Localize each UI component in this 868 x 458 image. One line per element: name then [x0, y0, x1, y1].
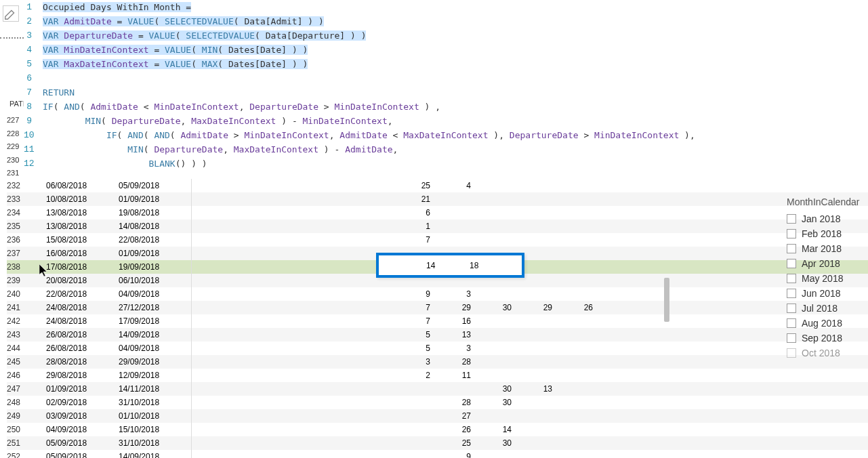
- departure-date-cell: 14/09/2018: [117, 450, 192, 458]
- slicer-item-label: Jul 2018: [802, 303, 838, 314]
- slicer-item-label: Apr 2018: [802, 258, 840, 269]
- code-line[interactable]: 11 MIN( DepartureDate, MaxDateInContext …: [24, 142, 868, 157]
- code-content[interactable]: VAR DepartureDate = VALUE( SELECTEDVALUE…: [37, 28, 366, 43]
- value-cell: 26: [558, 301, 598, 314]
- slicer-item[interactable]: Sep 2018: [787, 331, 861, 346]
- code-line[interactable]: 3VAR DepartureDate = VALUE( SELECTEDVALU…: [24, 28, 868, 43]
- code-content[interactable]: VAR MaxDateInContext = VALUE( MAX( Dates…: [37, 57, 308, 71]
- table-row[interactable]: 24802/09/201831/10/20182830: [7, 396, 868, 409]
- slicer-item[interactable]: Mar 2018: [787, 241, 861, 256]
- month-slicer[interactable]: MonthInCalendar Jan 2018Feb 2018Mar 2018…: [787, 196, 861, 360]
- code-content[interactable]: VAR AdmitDate = VALUE( SELECTEDVALUE( Da…: [37, 14, 324, 28]
- code-line[interactable]: 10 IF( AND( AND( AdmitDate > MinDateInCo…: [24, 128, 868, 142]
- code-line[interactable]: 2VAR AdmitDate = VALUE( SELECTEDVALUE( D…: [24, 14, 868, 28]
- checkbox-icon[interactable]: [787, 304, 796, 313]
- line-number: 4: [24, 43, 37, 57]
- admit-date-cell: 10/08/2018: [46, 192, 117, 206]
- code-line[interactable]: 7RETURN: [24, 85, 868, 100]
- row-number: 239: [7, 274, 24, 287]
- left-row-number: 227: [7, 114, 19, 127]
- admit-date-cell: 26/08/2018: [46, 328, 117, 341]
- code-content[interactable]: MIN( DepartureDate, MaxDateInContext ) -…: [37, 114, 393, 128]
- table-row[interactable]: 24022/08/201804/09/201893: [7, 287, 868, 301]
- code-content[interactable]: [37, 71, 43, 85]
- slicer-item-label: Jun 2018: [802, 288, 841, 299]
- code-content[interactable]: RETURN: [37, 85, 75, 100]
- checkbox-icon[interactable]: [787, 318, 796, 328]
- code-line[interactable]: 5VAR MaxDateInContext = VALUE( MAX( Date…: [24, 57, 868, 71]
- table-row[interactable]: 24701/09/201814/11/20183013: [7, 382, 868, 396]
- value-cell: 28: [436, 355, 476, 369]
- table-row[interactable]: 23206/08/201805/09/2018254: [7, 179, 868, 192]
- code-content[interactable]: MIN( DepartureDate, MaxDateInContext ) -…: [37, 142, 398, 157]
- table-row[interactable]: 24426/08/201804/09/201853: [7, 341, 868, 355]
- code-line[interactable]: 8IF( AND( AdmitDate < MinDateInContext, …: [24, 100, 868, 114]
- checkbox-icon[interactable]: [787, 244, 796, 253]
- slicer-item[interactable]: Feb 2018: [787, 226, 861, 241]
- code-content[interactable]: VAR MinDateInContext = VALUE( MIN( Dates…: [37, 43, 308, 57]
- slicer-item[interactable]: Jun 2018: [787, 286, 861, 301]
- highlight-value-2: 18: [470, 261, 478, 270]
- row-number: 251: [7, 436, 24, 450]
- code-line[interactable]: 6: [24, 71, 868, 85]
- checkbox-icon[interactable]: [787, 289, 796, 298]
- departure-date-cell: 27/12/2018: [117, 301, 192, 314]
- value-cell: 3: [436, 287, 476, 301]
- departure-date-cell: 06/10/2018: [117, 274, 192, 287]
- table-row[interactable]: 25004/09/201815/10/20182614: [7, 423, 868, 436]
- table-row[interactable]: 24326/08/201814/09/2018513: [7, 328, 868, 341]
- admit-date-cell: 22/08/2018: [46, 287, 117, 301]
- table-row[interactable]: 25205/09/201814/09/20189: [7, 450, 868, 458]
- checkbox-icon[interactable]: [787, 274, 796, 283]
- slicer-item[interactable]: May 2018: [787, 271, 861, 286]
- table-row[interactable]: 24528/08/201829/09/2018328: [7, 355, 868, 369]
- slicer-item[interactable]: Aug 2018: [787, 316, 861, 331]
- table-row[interactable]: 24903/09/201801/10/201827: [7, 409, 868, 423]
- slicer-item[interactable]: Jul 2018: [787, 301, 861, 316]
- left-row-number: 228: [7, 127, 19, 141]
- departure-date-cell: 22/08/2018: [117, 233, 192, 247]
- data-table[interactable]: 23206/08/201805/09/201825423310/08/20180…: [7, 179, 868, 458]
- table-row[interactable]: 23513/08/201814/08/20181: [7, 220, 868, 233]
- departure-date-cell: 31/10/2018: [117, 396, 192, 409]
- admit-date-cell: 06/08/2018: [46, 179, 117, 192]
- slicer-item[interactable]: Apr 2018: [787, 256, 861, 271]
- line-number: 6: [24, 71, 37, 85]
- edit-icon[interactable]: [3, 5, 19, 22]
- slicer-item-label: Sep 2018: [802, 333, 842, 344]
- table-row[interactable]: 24629/08/201812/09/2018211: [7, 369, 868, 382]
- table-row[interactable]: 24124/08/201827/12/2018729302926: [7, 301, 868, 314]
- value-cell: 9: [192, 287, 436, 301]
- line-number: 5: [24, 57, 37, 71]
- table-row[interactable]: 23615/08/201822/08/20187: [7, 233, 868, 247]
- code-line[interactable]: 12 BLANK() ) ): [24, 157, 868, 171]
- table-row[interactable]: 25105/09/201831/10/20182530: [7, 436, 868, 450]
- code-content[interactable]: IF( AND( AdmitDate < MinDateInContext, D…: [37, 100, 440, 114]
- code-line[interactable]: 4VAR MinDateInContext = VALUE( MIN( Date…: [24, 43, 868, 57]
- admit-date-cell: 05/09/2018: [46, 436, 117, 450]
- checkbox-icon[interactable]: [787, 259, 796, 268]
- code-line[interactable]: 9 MIN( DepartureDate, MaxDateInContext )…: [24, 114, 868, 128]
- value-cell: 7: [192, 301, 436, 314]
- value-cell: 25: [192, 179, 436, 192]
- slicer-item-label: May 2018: [802, 273, 843, 284]
- checkbox-icon[interactable]: [787, 333, 796, 343]
- admit-date-cell: 20/08/2018: [46, 274, 117, 287]
- code-content[interactable]: IF( AND( AND( AdmitDate > MinDateInConte…: [37, 128, 695, 142]
- vertical-scrollbar-thumb[interactable]: [664, 278, 669, 322]
- checkbox-icon[interactable]: [787, 214, 796, 224]
- code-content[interactable]: BLANK() ) ): [37, 157, 207, 171]
- checkbox-icon[interactable]: [787, 229, 796, 238]
- checkbox-icon[interactable]: [787, 348, 796, 358]
- slicer-item[interactable]: Jan 2018: [787, 211, 861, 226]
- departure-date-cell: 05/09/2018: [117, 179, 192, 192]
- table-row[interactable]: 23310/08/201801/09/201821: [7, 192, 868, 206]
- code-line[interactable]: 1Occupied Days WithIn Month =: [24, 0, 868, 14]
- code-content[interactable]: Occupied Days WithIn Month =: [37, 0, 191, 14]
- slicer-item[interactable]: Oct 2018: [787, 346, 861, 360]
- dax-formula-editor[interactable]: 1Occupied Days WithIn Month =2VAR AdmitD…: [24, 0, 868, 171]
- value-cell: 3: [436, 341, 476, 355]
- table-row[interactable]: 24224/08/201817/09/2018716: [7, 314, 868, 328]
- value-cell: 5: [192, 328, 436, 341]
- table-row[interactable]: 23413/08/201819/08/20186: [7, 206, 868, 220]
